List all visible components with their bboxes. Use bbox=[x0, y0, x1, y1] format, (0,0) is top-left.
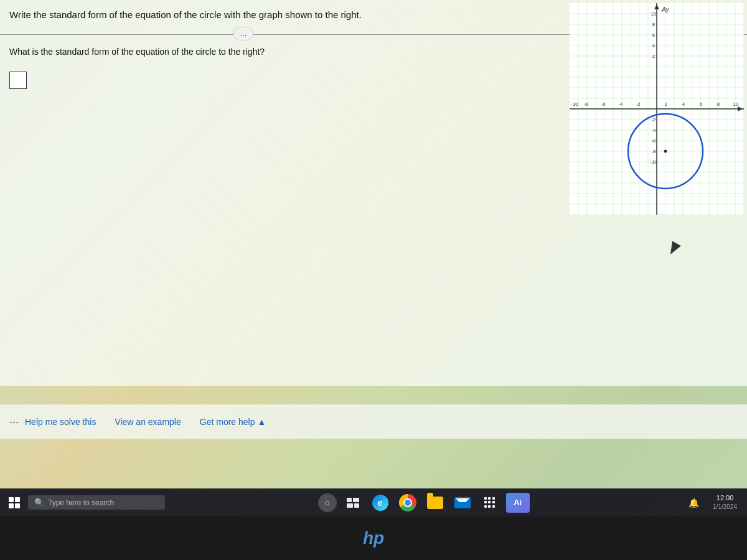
svg-text:-2: -2 bbox=[651, 117, 656, 123]
svg-text:6: 6 bbox=[700, 101, 703, 107]
task-view-button[interactable] bbox=[342, 492, 364, 514]
mail-button[interactable] bbox=[451, 492, 474, 514]
windows-icon bbox=[9, 497, 20, 508]
notification-icon[interactable]: 🔔 bbox=[682, 492, 705, 514]
edge-button[interactable]: e bbox=[369, 492, 392, 514]
taskbar-center-icons: ○ e bbox=[165, 492, 682, 514]
content-area: Write the standard form of the equation … bbox=[0, 0, 747, 386]
question-title: Write the standard form of the equation … bbox=[9, 9, 362, 20]
svg-text:-8: -8 bbox=[651, 149, 656, 154]
apps-button[interactable] bbox=[479, 492, 501, 514]
ai-label: Ai bbox=[514, 498, 522, 507]
system-clock[interactable]: 12:00 1/1/2024 bbox=[708, 493, 742, 511]
task-view-icon bbox=[347, 498, 359, 508]
svg-text:-10: -10 bbox=[571, 101, 578, 107]
sub-question: What is the standard form of the equatio… bbox=[9, 47, 265, 57]
hp-logo: hp bbox=[363, 528, 384, 548]
cortana-icon: ○ bbox=[324, 498, 329, 508]
svg-text:-6: -6 bbox=[651, 138, 656, 144]
svg-rect-69 bbox=[353, 498, 359, 502]
ai-button[interactable]: Ai bbox=[506, 493, 530, 513]
start-button[interactable] bbox=[0, 488, 28, 516]
cortana-button[interactable]: ○ bbox=[318, 493, 337, 512]
chrome-icon bbox=[399, 494, 416, 511]
svg-rect-68 bbox=[347, 498, 352, 502]
chevron-up-icon: ▲ bbox=[257, 417, 266, 427]
taskbar: 🔍 Type here to search ○ e bbox=[0, 488, 747, 516]
edge-icon: e bbox=[372, 495, 388, 511]
view-example-link[interactable]: View an example bbox=[115, 417, 181, 427]
taskbar-right: 🔔 12:00 1/1/2024 bbox=[682, 492, 747, 514]
svg-text:2: 2 bbox=[652, 54, 655, 59]
chrome-button[interactable] bbox=[397, 492, 419, 514]
svg-text:2: 2 bbox=[665, 101, 668, 107]
svg-text:-8: -8 bbox=[583, 101, 588, 107]
three-dots-icon[interactable]: ··· bbox=[9, 415, 19, 428]
svg-text:8: 8 bbox=[717, 101, 720, 107]
svg-text:6: 6 bbox=[652, 32, 655, 38]
screen: Write the standard form of the equation … bbox=[0, 0, 747, 560]
folder-icon bbox=[427, 497, 443, 509]
svg-text:-2: -2 bbox=[636, 101, 641, 107]
more-options-button[interactable]: ... bbox=[233, 27, 253, 40]
svg-text:-6: -6 bbox=[601, 101, 606, 107]
answer-input-box[interactable] bbox=[9, 72, 27, 89]
hp-area: hp bbox=[0, 516, 747, 560]
apps-grid-icon bbox=[484, 497, 496, 508]
clock-time: 12:00 bbox=[713, 493, 737, 503]
taskbar-search[interactable]: 🔍 Type here to search bbox=[28, 495, 165, 510]
svg-text:10: 10 bbox=[733, 101, 739, 107]
file-explorer-button[interactable] bbox=[424, 492, 446, 514]
mail-icon bbox=[454, 497, 471, 508]
search-placeholder: Type here to search bbox=[48, 498, 114, 507]
svg-point-67 bbox=[664, 150, 667, 153]
svg-text:-4: -4 bbox=[651, 128, 656, 133]
coordinate-graph: -8 -6 -4 -2 2 4 6 8 10 -10 10 8 6 4 2 -2… bbox=[570, 3, 744, 215]
clock-date: 1/1/2024 bbox=[713, 503, 737, 511]
svg-text:4: 4 bbox=[682, 101, 685, 107]
help-me-solve-link[interactable]: Help me solve this bbox=[25, 417, 96, 427]
svg-rect-70 bbox=[347, 503, 353, 508]
get-more-help-link[interactable]: Get more help ▲ bbox=[200, 417, 266, 427]
search-icon: 🔍 bbox=[34, 498, 44, 507]
svg-text:-4: -4 bbox=[618, 101, 623, 107]
svg-rect-71 bbox=[354, 503, 359, 508]
svg-text:8: 8 bbox=[652, 22, 655, 27]
svg-text:4: 4 bbox=[652, 43, 655, 49]
svg-text:10: 10 bbox=[651, 11, 657, 17]
graph-container: -8 -6 -4 -2 2 4 6 8 10 -10 10 8 6 4 2 -2… bbox=[570, 3, 744, 215]
svg-text:Ay: Ay bbox=[661, 6, 670, 13]
help-toolbar: ··· Help me solve this View an example G… bbox=[0, 404, 747, 439]
svg-text:-10: -10 bbox=[650, 159, 657, 165]
